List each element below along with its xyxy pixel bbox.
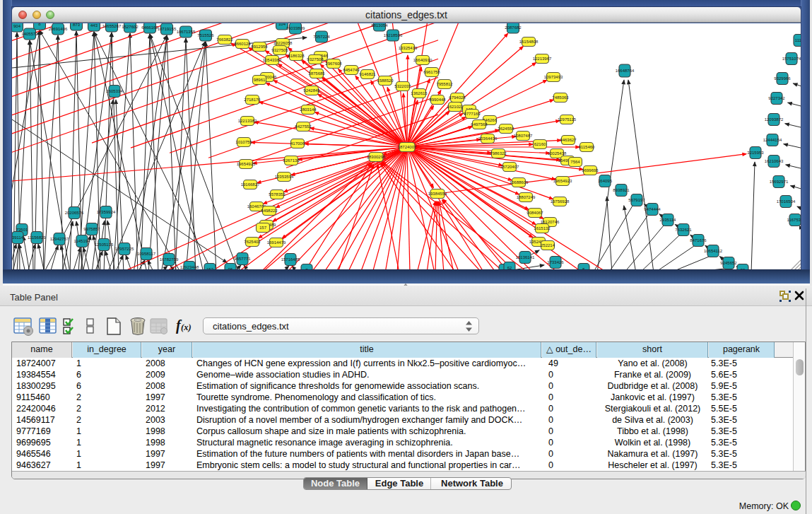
svg-text:19654925: 19654925	[237, 162, 256, 166]
svg-text:7515526: 7515526	[197, 33, 214, 37]
svg-text:10655267: 10655267	[102, 24, 122, 28]
svg-text:8454749: 8454749	[343, 68, 360, 72]
svg-text:16914479: 16914479	[267, 240, 286, 245]
svg-text:13353594: 13353594	[275, 175, 294, 179]
svg-text:2967608: 2967608	[325, 62, 342, 66]
svg-text:19166827: 19166827	[241, 182, 260, 187]
svg-text:252214: 252214	[541, 243, 555, 247]
svg-text:12942757: 12942757	[50, 237, 69, 241]
svg-text:12505135: 12505135	[95, 243, 114, 247]
svg-text:2087682: 2087682	[505, 25, 522, 30]
svg-text:18724007: 18724007	[398, 145, 417, 149]
svg-text:443: 443	[90, 23, 98, 28]
svg-text:5679197: 5679197	[628, 198, 645, 202]
svg-text:5322037: 5322037	[394, 84, 411, 88]
svg-text:1527602: 1527602	[122, 25, 139, 29]
svg-text:1010755: 1010755	[235, 140, 252, 144]
svg-text:20206576: 20206576	[65, 211, 84, 215]
svg-text:8471676: 8471676	[690, 238, 707, 243]
svg-text:15716485: 15716485	[281, 257, 300, 262]
svg-text:17016504: 17016504	[777, 199, 796, 204]
svg-text:10807487: 10807487	[514, 134, 533, 138]
svg-text:10543382: 10543382	[263, 58, 282, 62]
svg-text:18807249: 18807249	[517, 195, 536, 199]
svg-text:8938921: 8938921	[613, 188, 630, 192]
svg-text:9699695: 9699695	[582, 168, 599, 173]
svg-text:7485063: 7485063	[552, 95, 569, 100]
svg-text:7986322: 7986322	[490, 151, 507, 156]
svg-text:9084067: 9084067	[526, 211, 543, 215]
svg-text:16033809: 16033809	[286, 26, 305, 30]
svg-text:1615132: 1615132	[534, 226, 551, 230]
svg-text:8186328: 8186328	[288, 54, 305, 58]
svg-text:157: 157	[259, 226, 267, 230]
svg-text:9329966: 9329966	[774, 76, 791, 81]
svg-text:12923448: 12923448	[180, 265, 199, 269]
svg-text:62160: 62160	[534, 142, 546, 146]
svg-text:6794028: 6794028	[449, 95, 466, 100]
svg-text:153: 153	[206, 267, 214, 269]
svg-text:11156829: 11156829	[28, 235, 46, 240]
svg-text:17359924: 17359924	[97, 210, 116, 214]
svg-text:9975857: 9975857	[83, 227, 100, 231]
svg-text:8813054: 8813054	[371, 23, 388, 28]
svg-text:3875685: 3875685	[308, 71, 325, 76]
svg-text:8660124: 8660124	[234, 42, 251, 46]
svg-text:12213383: 12213383	[238, 119, 257, 123]
svg-text:8912954: 8912954	[251, 45, 268, 49]
svg-text:2605334: 2605334	[106, 89, 123, 93]
svg-text:164095: 164095	[598, 179, 613, 183]
svg-text:9327505: 9327505	[271, 48, 288, 52]
svg-text:10671355: 10671355	[177, 30, 196, 34]
svg-text:19384554: 19384554	[428, 192, 447, 196]
svg-text:3267130: 3267130	[283, 158, 300, 163]
svg-text:2935114: 2935114	[660, 218, 677, 222]
svg-text:15136141: 15136141	[516, 255, 535, 259]
svg-text:15720407: 15720407	[500, 165, 519, 169]
svg-text:16782759: 16782759	[160, 257, 179, 262]
svg-text:98961: 98961	[254, 78, 266, 82]
svg-text:12975115: 12975115	[558, 117, 577, 122]
svg-text:2803144: 2803144	[300, 107, 317, 112]
svg-text:19654923: 19654923	[553, 179, 572, 183]
svg-text:7625402: 7625402	[244, 240, 261, 244]
svg-text:1362615: 1362615	[411, 91, 428, 95]
svg-text:9777169: 9777169	[464, 112, 481, 116]
svg-text:8427552: 8427552	[295, 124, 312, 129]
svg-text:1588520: 1588520	[377, 78, 394, 83]
svg-text:12213967: 12213967	[533, 57, 552, 61]
svg-text:1117: 1117	[795, 38, 801, 42]
svg-text:9115460: 9115460	[579, 145, 596, 149]
svg-text:20364436: 20364436	[478, 136, 498, 141]
svg-text:18300295: 18300295	[367, 155, 386, 159]
svg-text:62: 62	[507, 266, 512, 269]
svg-text:9227342: 9227342	[768, 96, 785, 100]
svg-text:7955812: 7955812	[436, 82, 453, 86]
svg-text:1167533: 1167533	[787, 218, 801, 222]
svg-text:16648764: 16648764	[616, 69, 635, 73]
svg-text:5498222: 5498222	[261, 209, 278, 213]
svg-text:7357224: 7357224	[313, 35, 330, 39]
svg-text:1405572: 1405572	[21, 32, 38, 36]
svg-text:6961758: 6961758	[423, 70, 440, 74]
svg-text:1733426: 1733426	[547, 260, 564, 264]
svg-text:6466160: 6466160	[141, 25, 158, 30]
svg-text:96: 96	[228, 267, 233, 269]
svg-text:3624554: 3624554	[498, 127, 514, 131]
svg-text:9327508: 9327508	[307, 57, 324, 62]
svg-text:19756928: 19756928	[551, 199, 570, 204]
svg-text:(x): (x)	[181, 322, 192, 332]
svg-text:1145194: 1145194	[74, 239, 91, 243]
svg-text:10958117: 10958117	[137, 252, 156, 256]
svg-text:12444154: 12444154	[763, 138, 782, 142]
svg-text:9657771: 9657771	[234, 257, 251, 261]
svg-text:19218506: 19218506	[384, 33, 403, 37]
svg-text:9463627: 9463627	[560, 138, 577, 142]
svg-text:10654112: 10654112	[704, 249, 723, 253]
svg-text:17957225: 17957225	[115, 247, 134, 251]
svg-text:9474444: 9474444	[644, 207, 661, 211]
svg-text:10719155: 10719155	[158, 27, 177, 31]
svg-text:104: 104	[278, 23, 286, 26]
svg-text:16154808: 16154808	[519, 40, 539, 44]
svg-text:16640910: 16640910	[413, 58, 433, 62]
